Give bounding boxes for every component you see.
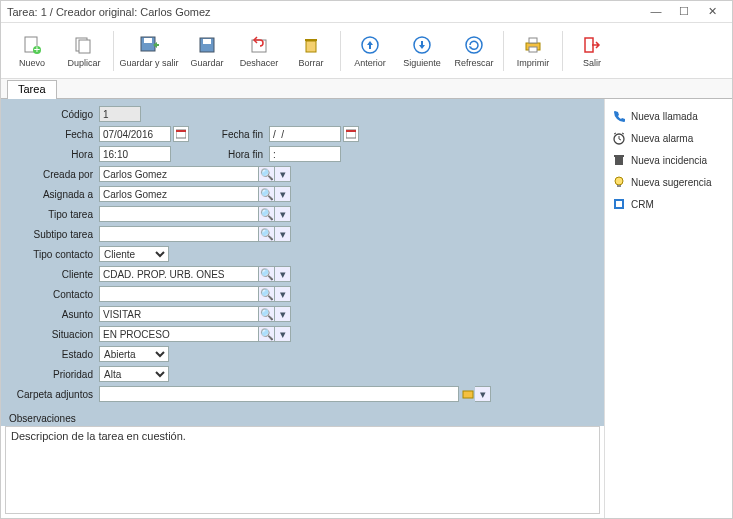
calendar-button-fecha[interactable] — [173, 126, 189, 142]
field-situacion[interactable] — [99, 326, 259, 342]
dropdown-situacion[interactable]: ▾ — [275, 326, 291, 342]
lookup-contacto[interactable]: 🔍 — [259, 286, 275, 302]
field-asunto[interactable] — [99, 306, 259, 322]
label-subtipo-tarea: Subtipo tarea — [9, 229, 99, 240]
side-nueva-llamada[interactable]: Nueva llamada — [609, 105, 728, 127]
svg-rect-20 — [176, 130, 186, 132]
toolbar-imprimir-button[interactable]: Imprimir — [508, 27, 558, 75]
chevron-down-icon: ▾ — [280, 268, 286, 281]
side-crm-label: CRM — [631, 199, 654, 210]
chevron-down-icon: ▾ — [480, 388, 486, 401]
field-estado[interactable]: Abierta — [99, 346, 169, 362]
chevron-down-icon: ▾ — [280, 308, 286, 321]
dropdown-contacto[interactable]: ▾ — [275, 286, 291, 302]
search-icon: 🔍 — [260, 308, 274, 321]
field-creada-por[interactable] — [99, 166, 259, 182]
toolbar-guardar-salir-button[interactable]: Guardar y salir — [118, 27, 180, 75]
alarm-clock-icon — [611, 130, 627, 146]
toolbar-salir-label: Salir — [583, 58, 601, 68]
toolbar-separator — [562, 31, 563, 71]
toolbar-separator — [340, 31, 341, 71]
folder-icon — [462, 388, 474, 400]
toolbar-nuevo-button[interactable]: + Nuevo — [7, 27, 57, 75]
side-nueva-incidencia[interactable]: Nueva incidencia — [609, 149, 728, 171]
window-title: Tarea: 1 / Creador original: Carlos Gome… — [7, 6, 642, 18]
lookup-asunto[interactable]: 🔍 — [259, 306, 275, 322]
field-observaciones[interactable]: Descripcion de la tarea en cuestión. — [5, 426, 600, 514]
side-nueva-llamada-label: Nueva llamada — [631, 111, 698, 122]
tab-strip: Tarea — [1, 79, 732, 99]
svg-rect-8 — [203, 39, 211, 44]
window-titlebar: Tarea: 1 / Creador original: Carlos Gome… — [1, 1, 732, 23]
label-hora-fin: Hora fin — [209, 149, 269, 160]
lookup-creada-por[interactable]: 🔍 — [259, 166, 275, 182]
calendar-button-fecha-fin[interactable] — [343, 126, 359, 142]
dropdown-asunto[interactable]: ▾ — [275, 306, 291, 322]
field-fecha[interactable] — [99, 126, 171, 142]
calendar-icon — [176, 129, 186, 139]
label-asignada-a: Asignada a — [9, 189, 99, 200]
svg-text:+: + — [34, 43, 40, 55]
window-maximize-button[interactable]: ☐ — [670, 2, 698, 22]
toolbar-duplicar-button[interactable]: Duplicar — [59, 27, 109, 75]
dropdown-subtipo-tarea[interactable]: ▾ — [275, 226, 291, 242]
arrow-down-icon — [411, 34, 433, 56]
window-minimize-button[interactable]: — — [642, 2, 670, 22]
toolbar-salir-button[interactable]: Salir — [567, 27, 617, 75]
toolbar-guardar-label: Guardar — [190, 58, 223, 68]
field-tipo-contacto[interactable]: Cliente — [99, 246, 169, 262]
field-prioridad[interactable]: Alta — [99, 366, 169, 382]
field-carpeta-adjuntos[interactable] — [99, 386, 459, 402]
lookup-tipo-tarea[interactable]: 🔍 — [259, 206, 275, 222]
toolbar-guardar-button[interactable]: Guardar — [182, 27, 232, 75]
field-tipo-tarea[interactable] — [99, 206, 259, 222]
label-tipo-tarea: Tipo tarea — [9, 209, 99, 220]
toolbar-deshacer-label: Deshacer — [240, 58, 279, 68]
label-contacto: Contacto — [9, 289, 99, 300]
dropdown-cliente[interactable]: ▾ — [275, 266, 291, 282]
chevron-down-icon: ▾ — [280, 288, 286, 301]
side-nueva-alarma[interactable]: Nueva alarma — [609, 127, 728, 149]
undo-icon — [248, 34, 270, 56]
label-creada-por: Creada por — [9, 169, 99, 180]
svg-rect-28 — [617, 185, 621, 187]
label-fecha-fin: Fecha fin — [209, 129, 269, 140]
dropdown-tipo-tarea[interactable]: ▾ — [275, 206, 291, 222]
arrow-up-icon — [359, 34, 381, 56]
toolbar-borrar-button[interactable]: Borrar — [286, 27, 336, 75]
side-crm[interactable]: CRM — [609, 193, 728, 215]
label-situacion: Situacion — [9, 329, 99, 340]
label-carpeta-adjuntos: Carpeta adjuntos — [9, 389, 99, 400]
field-hora-fin[interactable] — [269, 146, 341, 162]
search-icon: 🔍 — [260, 328, 274, 341]
field-hora[interactable] — [99, 146, 171, 162]
side-nueva-sugerencia[interactable]: Nueva sugerencia — [609, 171, 728, 193]
browse-folder-button[interactable] — [461, 387, 475, 401]
save-exit-icon — [138, 34, 160, 56]
search-icon: 🔍 — [260, 208, 274, 221]
lookup-situacion[interactable]: 🔍 — [259, 326, 275, 342]
field-subtipo-tarea[interactable] — [99, 226, 259, 242]
lookup-cliente[interactable]: 🔍 — [259, 266, 275, 282]
dropdown-asignada-a[interactable]: ▾ — [275, 186, 291, 202]
dropdown-creada-por[interactable]: ▾ — [275, 166, 291, 182]
field-contacto[interactable] — [99, 286, 259, 302]
search-icon: 🔍 — [260, 228, 274, 241]
lookup-subtipo-tarea[interactable]: 🔍 — [259, 226, 275, 242]
label-observaciones: Observaciones — [1, 411, 604, 426]
toolbar-refrescar-label: Refrescar — [454, 58, 493, 68]
window-close-button[interactable]: ✕ — [698, 2, 726, 22]
toolbar-anterior-button[interactable]: Anterior — [345, 27, 395, 75]
field-asignada-a[interactable] — [99, 186, 259, 202]
toolbar-refrescar-button[interactable]: Refrescar — [449, 27, 499, 75]
lookup-asignada-a[interactable]: 🔍 — [259, 186, 275, 202]
field-cliente[interactable] — [99, 266, 259, 282]
toolbar-deshacer-button[interactable]: Deshacer — [234, 27, 284, 75]
form-area: Código Fecha Fecha fin Hora Hora fin Cre… — [1, 99, 604, 518]
tab-tarea[interactable]: Tarea — [7, 80, 57, 99]
toolbar-siguiente-button[interactable]: Siguiente — [397, 27, 447, 75]
svg-rect-22 — [346, 130, 356, 132]
dropdown-carpeta[interactable]: ▾ — [475, 386, 491, 402]
field-fecha-fin[interactable] — [269, 126, 341, 142]
svg-rect-16 — [529, 38, 537, 43]
